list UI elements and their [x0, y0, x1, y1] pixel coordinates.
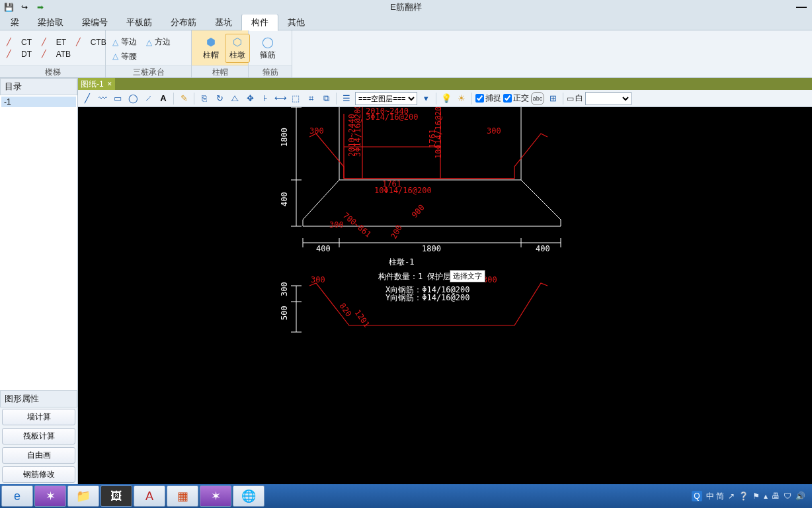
pile-fangbian[interactable]: △方边: [146, 36, 171, 48]
pile-dengbian[interactable]: △等边: [112, 36, 137, 48]
drawing-title: 柱墩-1: [389, 257, 414, 267]
taskbar-ppt[interactable]: ▦: [167, 486, 198, 507]
stairs-ct[interactable]: ╱CT ╱ET ╱CTB: [7, 38, 106, 47]
pile-dengyao[interactable]: △等腰: [112, 51, 137, 62]
svg-text:500: 500: [280, 306, 289, 320]
gujin-button[interactable]: ◯箍筋: [255, 34, 280, 63]
zhumao-button[interactable]: ⬢柱帽: [198, 34, 223, 63]
separator: [194, 93, 194, 105]
tool-mirror[interactable]: ⧍: [228, 92, 241, 105]
menu-pingbanjin[interactable]: 平板筋: [117, 15, 161, 30]
tool-boundary[interactable]: ⬚: [289, 92, 302, 105]
svg-text:3Φ14/16@200: 3Φ14/16@200: [366, 112, 418, 122]
svg-text:300: 300: [280, 282, 289, 296]
btn-qiang[interactable]: 墙计算: [2, 409, 75, 425]
svg-text:3Φ14/16@200: 3Φ14/16@200: [353, 107, 362, 157]
tool-unknown2[interactable]: ⧉: [319, 92, 333, 105]
tool-move[interactable]: ✥: [243, 92, 257, 105]
tray-link-icon[interactable]: ↗: [728, 491, 735, 501]
abc-icon[interactable]: abc: [531, 92, 544, 105]
tool-copy[interactable]: ⎘: [198, 92, 211, 105]
tray-up-icon[interactable]: ▴: [764, 491, 768, 501]
system-tray: Q 中 简 ↗ ❔ ⚑ ▴ 🖶 🛡 🔊: [692, 491, 811, 502]
minimize-button[interactable]: —: [796, 1, 807, 13]
menu-fenbujin[interactable]: 分布筋: [161, 15, 206, 30]
ribbon-group-gujin: 箍筋: [249, 65, 292, 77]
prop-header: 图形属性: [0, 390, 77, 407]
svg-text:820: 820: [338, 302, 354, 319]
bulb-icon[interactable]: 💡: [440, 92, 453, 105]
tray-shield-icon[interactable]: 🛡: [784, 491, 792, 501]
tool-text[interactable]: A: [157, 92, 170, 105]
import-icon[interactable]: ➡: [34, 2, 46, 13]
tree-view[interactable]: -1: [0, 95, 77, 390]
taskbar-autocad[interactable]: A: [134, 486, 165, 507]
tool-strip: ╱ 〰 ▭ ◯ ⟋ A ✎ ⎘ ↻ ⧍ ✥ ⊦ ⟷ ⬚ ⌗ ⧉ ☰ ===空图层…: [78, 90, 812, 107]
menu-liangbianhao[interactable]: 梁编号: [73, 15, 117, 30]
zhudun-button[interactable]: ⬡柱墩: [225, 34, 250, 63]
menu-bar: 梁 梁拾取 梁编号 平板筋 分布筋 基坑 构件 其他: [0, 15, 812, 30]
taskbar-explorer[interactable]: 📁: [67, 486, 99, 507]
tool-rect[interactable]: ▭: [111, 92, 124, 105]
svg-text:10Φ14/16@200: 10Φ14/16@200: [374, 186, 432, 195]
ortho-toggle[interactable]: 正交: [503, 93, 529, 104]
tree-item[interactable]: -1: [1, 97, 76, 107]
separator: [436, 93, 436, 105]
menu-qita[interactable]: 其他: [278, 15, 314, 30]
svg-text:1800: 1800: [422, 244, 441, 253]
tool-polyline[interactable]: 〰: [96, 92, 109, 105]
snap-toggle[interactable]: 捕捉: [475, 93, 501, 104]
tool-circle[interactable]: ◯: [126, 92, 140, 105]
taskbar-ie[interactable]: e: [1, 486, 33, 507]
taskbar-photos[interactable]: 🖼: [101, 486, 132, 507]
stairs-dt[interactable]: ╱DT ╱ATB: [7, 50, 71, 59]
ribbon: ╱CT ╱ET ╱CTB ╱DT ╱ATB 楼梯 △等边 △方边 △等腰 三桩承…: [0, 30, 812, 78]
tool-brush[interactable]: ✎: [177, 92, 190, 105]
tray-speaker-icon[interactable]: 🔊: [795, 491, 805, 501]
sun-icon[interactable]: ☀: [455, 92, 468, 105]
svg-text:300: 300: [311, 275, 325, 284]
svg-text:900: 900: [410, 203, 426, 220]
ribbon-group-zhumao: 柱帽: [192, 65, 248, 77]
tool-line[interactable]: ╱: [81, 92, 94, 105]
tool-trim[interactable]: ⊦: [259, 92, 272, 105]
drawing-svg: 1800 400 400 1800 400 300 300 1761 10Φ14…: [78, 107, 812, 484]
sidebar: 目录 -1 图形属性 墙计算 筏板计算 自由画 钢筋修改: [0, 78, 78, 484]
taskbar-browser[interactable]: 🌐: [233, 486, 264, 507]
taskbar-app1[interactable]: ✶: [34, 486, 66, 507]
main-area: 目录 -1 图形属性 墙计算 筏板计算 自由画 钢筋修改 图纸-1✕ ╱ 〰 ▭…: [0, 78, 812, 484]
menu-liangshiq[interactable]: 梁拾取: [28, 15, 73, 30]
btn-faban[interactable]: 筏板计算: [2, 428, 75, 444]
tool-layerdrop[interactable]: ▾: [419, 92, 432, 105]
menu-liang[interactable]: 梁: [1, 15, 28, 30]
tool-arc[interactable]: ⟋: [142, 92, 155, 105]
separator: [336, 93, 337, 105]
drawing-canvas[interactable]: 1800 400 400 1800 400 300 300 1761 10Φ14…: [78, 107, 812, 484]
tray-qq-icon[interactable]: Q: [692, 491, 702, 501]
taskbar-app2[interactable]: ✶: [200, 486, 231, 507]
grid-icon[interactable]: ⊞: [546, 92, 559, 105]
save-icon[interactable]: 💾: [3, 2, 15, 13]
taskbar: e ✶ 📁 🖼 A ▦ ✶ 🌐 Q 中 简 ↗ ❔ ⚑ ▴ 🖶 🛡 🔊: [0, 484, 812, 508]
tab-close-icon[interactable]: ✕: [107, 81, 112, 87]
tray-print-icon[interactable]: 🖶: [772, 491, 780, 501]
tool-measure[interactable]: ⟷: [274, 92, 287, 105]
tool-unknown1[interactable]: ⌗: [304, 92, 317, 105]
menu-goujian[interactable]: 构件: [241, 14, 278, 31]
menu-jikeng[interactable]: 基坑: [206, 15, 241, 30]
svg-text:400: 400: [536, 244, 550, 253]
btn-ziyou[interactable]: 自由画: [2, 447, 75, 464]
btn-gangjin[interactable]: 钢筋修改: [2, 466, 75, 483]
tool-rotate[interactable]: ↻: [213, 92, 226, 105]
tab-strip: 图纸-1✕: [78, 78, 812, 90]
layer-select[interactable]: ===空图层===: [355, 92, 417, 105]
tab-drawing1[interactable]: 图纸-1✕: [78, 78, 115, 90]
redo-icon[interactable]: ↪: [19, 2, 30, 13]
color-select[interactable]: [585, 92, 631, 105]
tray-help-icon[interactable]: ❔: [739, 491, 749, 501]
title-bar: 💾 ↪ ➡ E筋翻样 —: [0, 0, 812, 15]
tool-layer[interactable]: ☰: [340, 92, 353, 105]
tray-ime[interactable]: 中 简: [706, 491, 724, 502]
canvas-wrap: 图纸-1✕ ╱ 〰 ▭ ◯ ⟋ A ✎ ⎘ ↻ ⧍ ✥ ⊦ ⟷ ⬚ ⌗ ⧉ ☰ …: [78, 78, 812, 484]
tray-flag-icon[interactable]: ⚑: [752, 491, 760, 501]
